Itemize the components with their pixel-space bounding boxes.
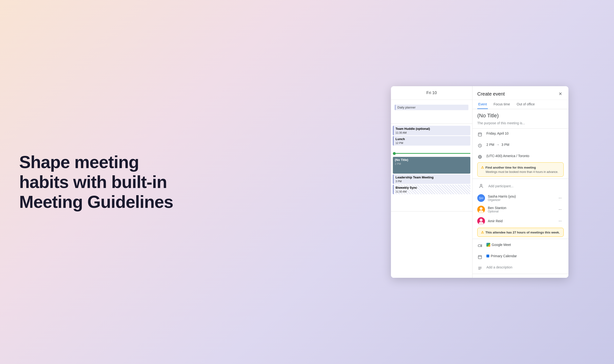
action-bar: Save Cancel bbox=[473, 274, 568, 278]
time-start[interactable]: 2 PM bbox=[486, 143, 494, 147]
calendar-row[interactable]: Primary Calendar bbox=[473, 251, 568, 262]
participant-sasha-role: Organizer bbox=[488, 198, 554, 202]
attendee-warning-text: ⚠ This attendee has 27 hours of meetings… bbox=[481, 230, 560, 234]
event-team-huddle-time: 11:30 AM bbox=[395, 131, 468, 134]
svg-point-10 bbox=[480, 207, 483, 210]
person-add-icon bbox=[477, 182, 485, 190]
warning-icon: ⚠ bbox=[481, 166, 484, 169]
create-event-panel: Create event ✕ Event Focus time Out of o… bbox=[473, 86, 568, 278]
event-no-title[interactable]: (No Title) 2 PM bbox=[393, 157, 470, 174]
attendee-warning-icon: ⚠ bbox=[481, 230, 484, 234]
headline-line1: Shape meeting bbox=[19, 153, 139, 172]
participant-ben-role: Optional bbox=[488, 210, 554, 213]
timezone[interactable]: (UTC-400) America / Toronto bbox=[486, 154, 529, 158]
event-biweekly-time: 11:30 AM bbox=[395, 190, 468, 193]
time-end[interactable]: 3 PM bbox=[502, 143, 509, 147]
left-section: Shape meeting habits with built-in Meeti… bbox=[19, 152, 187, 212]
panel-header: Create event ✕ bbox=[473, 86, 568, 100]
time-dot bbox=[393, 152, 396, 155]
participant-amir: Amir Reid ··· bbox=[473, 215, 568, 227]
participant-sasha-info: Sasha Harris (you) Organizer bbox=[488, 195, 554, 202]
tab-event[interactable]: Event bbox=[477, 100, 488, 109]
event-date[interactable]: Friday, April 10 bbox=[486, 131, 564, 135]
event-biweekly[interactable]: Biweekly Sync 11:30 AM bbox=[393, 185, 470, 194]
participant-amir-name: Amir Reid bbox=[488, 219, 554, 223]
participant-ben-menu[interactable]: ··· bbox=[557, 207, 564, 213]
add-description[interactable]: Add a description bbox=[486, 265, 512, 269]
event-no-title-time: 2 PM bbox=[395, 162, 468, 165]
event-leadership[interactable]: Leadership Team Meeting 3 PM bbox=[393, 174, 470, 184]
close-button[interactable]: ✕ bbox=[557, 91, 564, 97]
svg-point-13 bbox=[480, 219, 483, 221]
video-icon bbox=[477, 243, 483, 248]
add-participant-row[interactable]: Add participant... bbox=[473, 180, 568, 192]
calendar-small-icon bbox=[477, 254, 483, 260]
google-meet-label: Google Meet bbox=[486, 243, 511, 247]
event-leadership-time: 3 PM bbox=[395, 180, 468, 183]
svg-point-8 bbox=[480, 184, 482, 186]
calendar-icon bbox=[477, 132, 483, 137]
event-biweekly-title: Biweekly Sync bbox=[395, 186, 468, 190]
event-description[interactable]: The purpose of this meeting is... bbox=[473, 120, 568, 129]
globe-icon bbox=[477, 154, 483, 159]
avatar-sasha: SH bbox=[477, 194, 485, 202]
attendee-warning-box: ⚠ This attendee has 27 hours of meetings… bbox=[477, 228, 564, 237]
calendar-panel: Fri 10 Daily planner Team Huddle (option… bbox=[391, 86, 473, 278]
warning-box: ⚠ Find another time for this meeting Mee… bbox=[477, 162, 564, 177]
description-icon bbox=[477, 266, 483, 271]
google-meet-row[interactable]: Google Meet bbox=[473, 240, 568, 251]
description-row[interactable]: Add a description bbox=[473, 262, 568, 274]
event-tabs: Event Focus time Out of office bbox=[473, 100, 568, 109]
current-time-indicator bbox=[391, 151, 472, 156]
daily-planner-label: Daily planner bbox=[397, 106, 416, 109]
calendar-label: Primary Calendar bbox=[486, 254, 517, 258]
google-meet-icon bbox=[486, 243, 490, 247]
participant-ben: Ben Stanton Optional ··· bbox=[473, 204, 568, 215]
headline-line2: habits with built-in bbox=[19, 172, 167, 192]
date-row: Friday, April 10 bbox=[473, 129, 568, 140]
calendar-header: Fri 10 bbox=[391, 86, 472, 100]
time-bar bbox=[396, 153, 470, 154]
headline: Shape meeting habits with built-in Meeti… bbox=[19, 152, 187, 212]
event-lunch[interactable]: Lunch 12 PM bbox=[393, 136, 470, 146]
headline-line3: Meeting Guidelines bbox=[19, 192, 173, 211]
svg-rect-0 bbox=[478, 133, 482, 136]
participant-sasha: SH Sasha Harris (you) Organizer ··· bbox=[473, 192, 568, 204]
event-leadership-title: Leadership Team Meeting bbox=[395, 176, 468, 180]
event-team-huddle[interactable]: Team Huddle (optional) 11:30 AM bbox=[393, 126, 470, 135]
avatar-ben bbox=[477, 206, 485, 213]
warning-title: ⚠ Find another time for this meeting bbox=[481, 166, 560, 169]
participant-amir-menu[interactable]: ··· bbox=[557, 218, 564, 224]
event-lunch-title: Lunch bbox=[395, 137, 468, 141]
clock-icon bbox=[477, 143, 483, 148]
event-title-display[interactable]: (No Title) bbox=[473, 109, 568, 120]
panel-title: Create event bbox=[477, 91, 505, 97]
time-row: 2 PM → 3 PM bbox=[473, 140, 568, 151]
calendar-body: Daily planner Team Huddle (optional) 11:… bbox=[391, 100, 472, 278]
participant-sasha-menu[interactable]: ··· bbox=[557, 195, 564, 201]
tab-focus-time[interactable]: Focus time bbox=[493, 100, 511, 109]
svg-rect-17 bbox=[478, 256, 482, 259]
participant-ben-info: Ben Stanton Optional bbox=[488, 206, 554, 213]
timezone-row: (UTC-400) America / Toronto bbox=[473, 151, 568, 162]
event-team-huddle-title: Team Huddle (optional) bbox=[395, 127, 468, 131]
svg-rect-15 bbox=[478, 245, 481, 247]
participant-sasha-name: Sasha Harris (you) bbox=[488, 195, 554, 198]
calendar-color bbox=[486, 255, 489, 258]
add-participant-label[interactable]: Add participant... bbox=[488, 184, 514, 188]
arrow-icon: → bbox=[496, 143, 500, 147]
warning-text: Meetings must be booked more than 4 hour… bbox=[486, 170, 560, 174]
calendar-container: Fri 10 Daily planner Team Huddle (option… bbox=[391, 86, 568, 278]
calendar-date: Fri 10 bbox=[426, 91, 437, 95]
participant-amir-info: Amir Reid bbox=[488, 219, 554, 223]
avatar-amir bbox=[477, 217, 485, 225]
daily-planner-block[interactable]: Daily planner bbox=[395, 105, 468, 110]
tab-out-of-office[interactable]: Out of office bbox=[516, 100, 536, 109]
event-no-title-title: (No Title) bbox=[395, 158, 468, 162]
svg-marker-16 bbox=[481, 245, 482, 247]
event-lunch-time: 12 PM bbox=[395, 142, 468, 144]
participant-ben-name: Ben Stanton bbox=[488, 206, 554, 210]
